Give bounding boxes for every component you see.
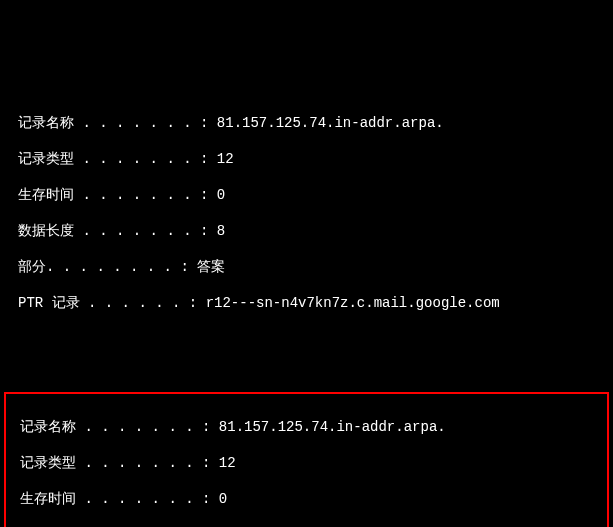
dots: . . . . . . .: [76, 454, 202, 472]
record-ptr-row: PTR 记录 . . . . . . : r12---sn-n4v7kn7z.c…: [18, 294, 613, 312]
dots: . . . . . . .: [74, 150, 200, 168]
value-ptr: r12---sn-n4v7kn7z.c.mail.google.com: [206, 294, 500, 312]
record-ttl-row: 生存时间 . . . . . . . : 0: [20, 490, 607, 508]
colon: :: [202, 454, 219, 472]
dns-record-block: 记录名称 . . . . . . . : 81.157.125.74.in-ad…: [0, 90, 613, 336]
value-type: 12: [219, 454, 236, 472]
dots: . . . . . . .: [76, 418, 202, 436]
colon: :: [200, 186, 217, 204]
record-type-row: 记录类型 . . . . . . . : 12: [20, 454, 607, 472]
value-ttl: 0: [217, 186, 225, 204]
dots: . . . . . . .: [74, 186, 200, 204]
dots: . . . . . . . .: [46, 258, 180, 276]
colon: :: [180, 258, 197, 276]
colon: :: [202, 418, 219, 436]
label-type: 记录类型: [20, 454, 76, 472]
dots: . . . . . . .: [74, 222, 200, 240]
label-len: 数据长度: [18, 222, 74, 240]
colon: :: [200, 150, 217, 168]
value-type: 12: [217, 150, 234, 168]
record-type-row: 记录类型 . . . . . . . : 12: [18, 150, 613, 168]
dots: . . . . . . .: [76, 490, 202, 508]
dots: . . . . . .: [80, 294, 189, 312]
dots: . . . . . . .: [74, 114, 200, 132]
record-ttl-row: 生存时间 . . . . . . . : 0: [18, 186, 613, 204]
value-section: 答案: [197, 258, 225, 276]
colon: :: [200, 222, 217, 240]
value-name: 81.157.125.74.in-addr.arpa.: [219, 418, 446, 436]
value-ttl: 0: [219, 490, 227, 508]
record-name-row: 记录名称 . . . . . . . : 81.157.125.74.in-ad…: [20, 418, 607, 436]
record-len-row: 数据长度 . . . . . . . : 8: [18, 222, 613, 240]
label-ttl: 生存时间: [20, 490, 76, 508]
label-name: 记录名称: [20, 418, 76, 436]
record-section-row: 部分. . . . . . . . : 答案: [18, 258, 613, 276]
label-ttl: 生存时间: [18, 186, 74, 204]
dns-record-block-highlighted: 记录名称 . . . . . . . : 81.157.125.74.in-ad…: [4, 392, 609, 527]
colon: :: [200, 114, 217, 132]
value-len: 8: [217, 222, 225, 240]
label-name: 记录名称: [18, 114, 74, 132]
label-type: 记录类型: [18, 150, 74, 168]
value-name: 81.157.125.74.in-addr.arpa.: [217, 114, 444, 132]
label-section: 部分: [18, 258, 46, 276]
colon: :: [202, 490, 219, 508]
label-ptr: PTR 记录: [18, 294, 80, 312]
colon: :: [189, 294, 206, 312]
record-name-row: 记录名称 . . . . . . . : 81.157.125.74.in-ad…: [18, 114, 613, 132]
